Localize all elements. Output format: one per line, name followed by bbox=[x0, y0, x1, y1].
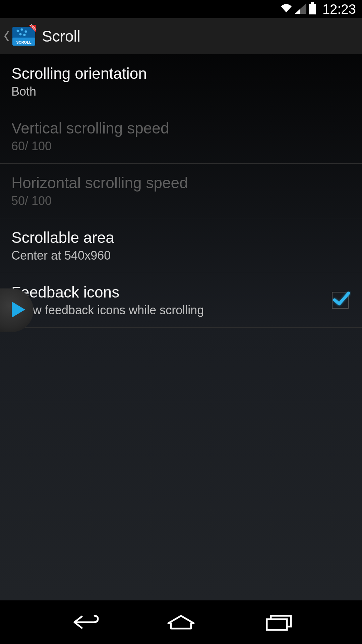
setting-title: Scrolling orientation bbox=[11, 64, 351, 83]
svg-point-7 bbox=[19, 33, 22, 36]
svg-rect-1 bbox=[309, 4, 316, 14]
status-bar: 12:23 bbox=[0, 0, 362, 18]
wifi-icon bbox=[280, 3, 293, 15]
app-icon[interactable]: SCROLL FREE bbox=[12, 24, 36, 48]
setting-value: Both bbox=[11, 85, 351, 99]
nav-back-button[interactable] bbox=[63, 612, 103, 632]
back-chevron-icon[interactable] bbox=[3, 30, 10, 43]
status-icons bbox=[280, 2, 316, 16]
setting-value: 50/ 100 bbox=[11, 194, 351, 208]
page-title: Scroll bbox=[42, 27, 80, 45]
status-time: 12:23 bbox=[322, 2, 356, 17]
setting-feedback-icons[interactable]: Feedback icons Show feedback icons while… bbox=[0, 273, 362, 328]
setting-scrollable-area[interactable]: Scrollable area Center at 540x960 bbox=[0, 218, 362, 273]
setting-title: Scrollable area bbox=[11, 228, 351, 247]
setting-horizontal-speed: Horizontal scrolling speed 50/ 100 bbox=[0, 164, 362, 218]
play-icon bbox=[10, 300, 27, 320]
svg-point-8 bbox=[23, 34, 26, 36]
action-bar[interactable]: SCROLL FREE Scroll bbox=[0, 18, 362, 54]
svg-point-5 bbox=[21, 29, 23, 31]
setting-title: Vertical scrolling speed bbox=[11, 119, 351, 137]
setting-title: Horizontal scrolling speed bbox=[11, 174, 351, 192]
feedback-icons-checkbox[interactable] bbox=[332, 292, 349, 309]
setting-vertical-speed: Vertical scrolling speed 60/ 100 bbox=[0, 109, 362, 164]
svg-rect-0 bbox=[311, 2, 314, 4]
setting-subtitle: Show feedback icons while scrolling bbox=[11, 303, 318, 317]
navigation-bar bbox=[0, 600, 362, 644]
settings-list: Scrolling orientation Both Vertical scro… bbox=[0, 54, 362, 328]
setting-value: Center at 540x960 bbox=[11, 249, 351, 263]
svg-rect-11 bbox=[267, 619, 287, 630]
nav-home-button[interactable] bbox=[161, 612, 201, 632]
svg-point-4 bbox=[17, 30, 19, 32]
setting-scrolling-orientation[interactable]: Scrolling orientation Both bbox=[0, 54, 362, 109]
cell-signal-icon bbox=[295, 3, 306, 15]
setting-title: Feedback icons bbox=[11, 283, 318, 301]
setting-value: 60/ 100 bbox=[11, 139, 351, 153]
svg-point-6 bbox=[25, 31, 27, 33]
battery-icon bbox=[308, 2, 316, 16]
svg-text:SCROLL: SCROLL bbox=[16, 40, 32, 44]
nav-recent-button[interactable] bbox=[259, 612, 299, 632]
